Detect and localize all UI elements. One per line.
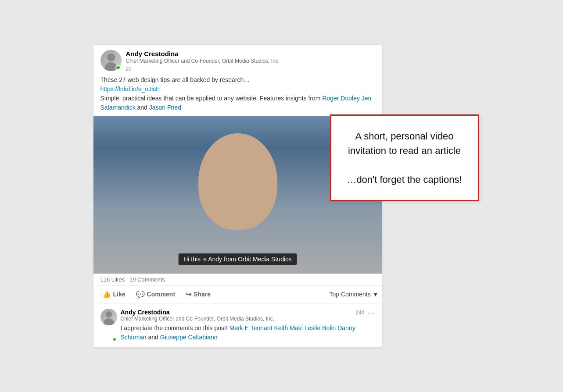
comment-mention-last[interactable]: Giuseppe Caltabiano — [160, 334, 218, 341]
annotation-line2: invitation to read an article — [342, 143, 467, 158]
share-icon: ↪ — [186, 290, 191, 299]
comment-button[interactable]: 💬 Comment — [131, 287, 181, 302]
author-name[interactable]: Andy Crestodina — [126, 50, 375, 57]
commenter-name[interactable]: Andy Crestodina — [121, 309, 275, 316]
top-comments-chevron-icon: ▼ — [373, 291, 379, 298]
like-label: Like — [113, 291, 126, 298]
commenter-avatar-wrapper — [100, 309, 117, 342]
post-text-line2: Simple, practical ideas that can be appl… — [100, 94, 375, 112]
comment-options-dots[interactable]: ··· — [367, 309, 375, 317]
comment-item: Andy Crestodina Chief Marketing Officer … — [100, 309, 375, 342]
post-stats: 116 Likes · 19 Comments — [93, 274, 382, 286]
annotation-line3: …don't forget the captions! — [342, 172, 467, 187]
comment-text: I appreciate the comments on this post! … — [121, 324, 375, 342]
like-button[interactable]: 👍 Like — [97, 287, 131, 302]
author-info: Andy Crestodina Chief Marketing Officer … — [126, 50, 375, 72]
post-text-line1: These 27 web design tips are all backed … — [100, 75, 375, 85]
post-actions: 👍 Like 💬 Comment ↪ Share Top Comments ▼ — [93, 286, 382, 303]
annotation-line1: A short, personal video — [342, 129, 467, 143]
share-button[interactable]: ↪ Share — [180, 287, 216, 302]
like-icon: 👍 — [102, 290, 111, 299]
top-comments-button[interactable]: Top Comments ▼ — [329, 291, 378, 298]
video-caption: Hi this is Andy from Orbit Media Studios — [178, 253, 297, 265]
comment-time: 24h — [355, 310, 364, 316]
post-time: 2d — [126, 66, 375, 72]
online-indicator — [115, 65, 121, 70]
commenter-avatar — [100, 309, 117, 325]
post-link[interactable]: https://lnkd.in/e_nJisE — [100, 86, 160, 93]
comment-label: Comment — [147, 291, 176, 298]
annotation-box: A short, personal video invitation to re… — [330, 114, 479, 201]
comment-header: Andy Crestodina Chief Marketing Officer … — [121, 309, 375, 322]
share-label: Share — [194, 291, 211, 298]
commenter-info: Andy Crestodina Chief Marketing Officer … — [121, 309, 275, 322]
comment-body: Andy Crestodina Chief Marketing Officer … — [121, 309, 375, 342]
post-header: Andy Crestodina Chief Marketing Officer … — [93, 45, 382, 75]
comment-icon: 💬 — [136, 290, 145, 299]
commenter-online-indicator — [112, 337, 117, 342]
top-comments-label: Top Comments — [329, 291, 370, 298]
scene-wrapper: Andy Crestodina Chief Marketing Officer … — [93, 44, 470, 348]
author-title: Chief Marketing Officer and Co-Founder, … — [126, 57, 375, 65]
comment-section: Andy Crestodina Chief Marketing Officer … — [93, 303, 382, 347]
post-body: These 27 web design tips are all backed … — [93, 75, 382, 116]
author-avatar-wrapper — [100, 50, 122, 71]
commenter-title: Chief Marketing Officer and Co-Founder, … — [121, 316, 275, 322]
mention-jason[interactable]: Jason Fried — [149, 104, 181, 111]
comment-meta: 24h ··· — [355, 309, 375, 317]
